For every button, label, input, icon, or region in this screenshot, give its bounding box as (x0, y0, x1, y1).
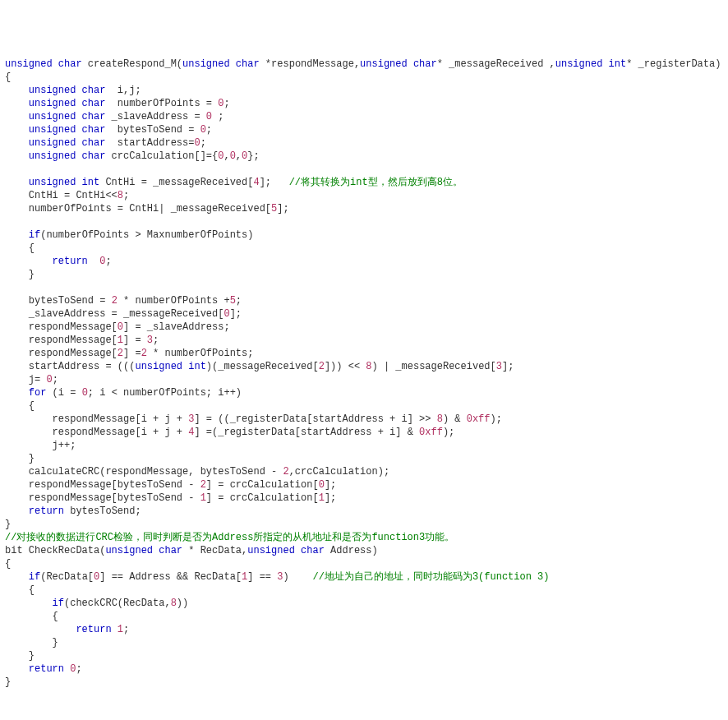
line: unsigned char createRespond_M(unsigned c… (5, 58, 721, 70)
keyword: unsigned int (555, 58, 626, 70)
keyword: unsigned char (5, 137, 105, 149)
number: 2 (117, 348, 123, 359)
number: 1 (117, 335, 123, 346)
number: 2 (200, 479, 206, 491)
line: respondMessage[0] = _slaveAddress; (5, 321, 230, 333)
line: unsigned char crcCalculation[]={0,0,0}; (5, 150, 260, 162)
number: 0xff (467, 413, 491, 425)
line: bytesToSend = 2 * numberOfPoints +5; (5, 295, 242, 307)
number: 0 (194, 137, 200, 149)
line: if(checkCRC(RecData,8)) (5, 598, 188, 609)
number: 2 (319, 361, 325, 372)
keyword: unsigned char (5, 124, 105, 136)
keyword: unsigned int (5, 177, 99, 188)
line: } (5, 269, 35, 280)
keyword: return (5, 505, 64, 517)
number: 3 (147, 335, 153, 346)
line: _slaveAddress = _messageReceived[0]; (5, 308, 242, 320)
keyword: unsigned char (360, 58, 437, 70)
keyword: if (5, 598, 64, 609)
line: unsigned char startAddress=0; (5, 137, 206, 149)
line: numberOfPoints = CntHi| _messageReceived… (5, 203, 289, 215)
keyword: return (5, 663, 64, 675)
number: 2 (141, 348, 147, 359)
line: { (5, 400, 35, 412)
keyword: unsigned char (5, 98, 105, 109)
number: 3 (496, 361, 502, 372)
line: { (5, 242, 35, 254)
keyword: unsigned char (5, 150, 105, 162)
line: j++; (5, 440, 76, 451)
line: { (5, 584, 35, 596)
keyword: return (5, 624, 112, 635)
number: 0 (319, 479, 325, 491)
keyword: unsigned char (182, 58, 260, 70)
line: if(RecData[0] == Address && RecData[1] =… (5, 571, 550, 583)
line: respondMessage[2] =2 * numberOfPoints; (5, 348, 253, 359)
number: 8 (437, 413, 443, 425)
line: return 0; (5, 663, 82, 675)
line: unsigned char _slaveAddress = 0 ; (5, 111, 223, 122)
number: 0 (200, 124, 206, 136)
line: startAddress = (((unsigned int)(_message… (5, 361, 514, 372)
number: 1 (117, 624, 123, 635)
line: for (i = 0; i < numberOfPoints; i++) (5, 387, 242, 399)
number: 5 (230, 295, 236, 307)
keyword: if (5, 229, 40, 241)
line: { (5, 72, 11, 83)
line: CntHi = CntHi<<8; (5, 190, 129, 201)
line: respondMessage[i + j + 3] = ((_registerD… (5, 413, 502, 425)
number: 0xff (419, 427, 443, 438)
line: calculateCRC(respondMessage, bytesToSend… (5, 466, 389, 478)
number: 1 (200, 492, 206, 504)
line: } (5, 637, 58, 648)
number: 0 (230, 150, 236, 162)
line: { (5, 558, 11, 570)
line: respondMessage[i + j + 4] =(_registerDat… (5, 427, 454, 438)
number: 4 (253, 177, 259, 188)
comment: //对接收的数据进行CRC检验，同时判断是否为Address所指定的从机地址和是… (5, 532, 454, 543)
number: 2 (283, 466, 288, 478)
line: unsigned int CntHi = _messageReceived[4]… (5, 177, 463, 188)
keyword: unsigned char (105, 545, 182, 556)
line: } (5, 453, 35, 464)
number: 0 (82, 387, 88, 399)
number: 8 (366, 361, 371, 372)
line: unsigned char numberOfPoints = 0; (5, 98, 230, 109)
number: 2 (112, 295, 117, 307)
comment: //地址为自己的地址，同时功能码为3(function 3) (313, 571, 550, 583)
number: 1 (319, 492, 325, 504)
line: respondMessage[bytesToSend - 2] = crcCal… (5, 479, 336, 491)
line: } (5, 676, 11, 688)
number: 0 (206, 111, 212, 122)
line: unsigned char i,j; (5, 85, 141, 96)
line: return bytesToSend; (5, 505, 141, 517)
line: unsigned char bytesToSend = 0; (5, 124, 212, 136)
number: 0 (117, 321, 123, 333)
keyword: unsigned char (247, 545, 325, 556)
line: return 1; (5, 624, 129, 635)
line: } (5, 650, 35, 662)
line: if(numberOfPoints > MaxnumberOfPoints) (5, 229, 253, 241)
keyword: for (5, 387, 46, 399)
keyword: if (5, 571, 40, 583)
number: 8 (117, 190, 123, 201)
keyword: return (5, 256, 88, 267)
line: j= 0; (5, 374, 58, 385)
code-block: unsigned char createRespond_M(unsigned c… (5, 58, 723, 689)
line: } (5, 519, 11, 530)
number: 8 (171, 598, 177, 609)
number: 0 (46, 374, 52, 385)
line: respondMessage[bytesToSend - 1] = crcCal… (5, 492, 336, 504)
line: return 0; (5, 256, 112, 267)
keyword: unsigned int (135, 361, 205, 372)
line: bit CheckRecData(unsigned char * RecData… (5, 545, 378, 556)
line: { (5, 611, 58, 622)
line: respondMessage[1] = 3; (5, 335, 159, 346)
keyword: unsigned char (5, 111, 105, 122)
keyword: unsigned char (5, 58, 82, 70)
comment: //将其转换为int型，然后放到高8位。 (289, 177, 463, 188)
number: 0 (223, 308, 229, 320)
keyword: unsigned char (5, 85, 105, 96)
